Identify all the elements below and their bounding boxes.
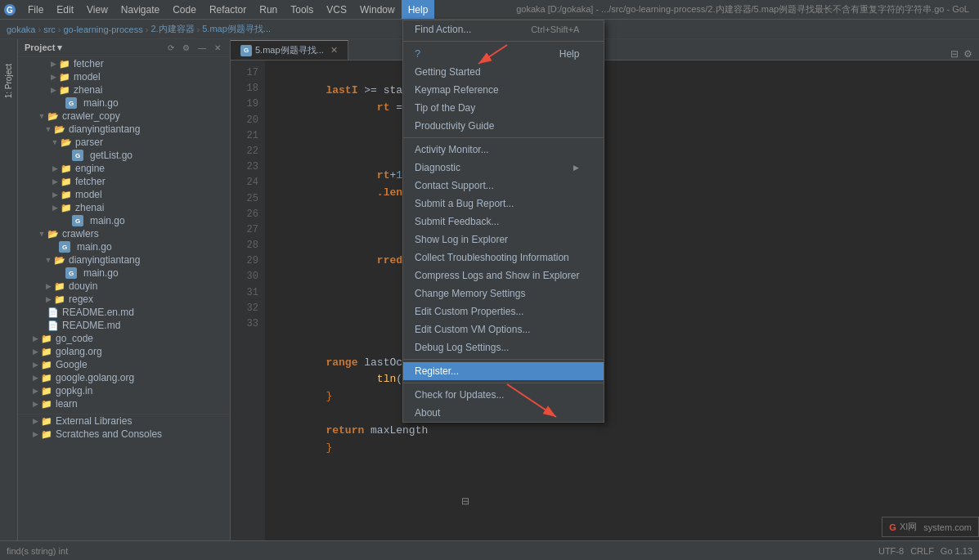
tree-item-maingo1[interactable]: G main.go [18,96,230,110]
menu-submit-feedback[interactable]: Submit Feedback... [403,213,604,231]
menu-diagnostic[interactable]: Diagnostic [403,159,604,177]
menu-tools[interactable]: Tools [284,0,320,19]
tree-item-crawlers[interactable]: ▼ 📂 crawlers [18,227,230,240]
activity-monitor-label: Activity Monitor... [415,144,489,155]
sidebar-minimize-btn[interactable]: — [195,43,209,53]
menu-edit-custom-props[interactable]: Edit Custom Properties... [403,302,604,320]
tab-close-btn[interactable]: ✕ [330,45,338,56]
tree-item-readme-en[interactable]: 📄 README.en.md [18,306,230,319]
tree-item-go-code[interactable]: ▶ 📁 go_code [18,332,230,345]
watermark-logo: G [889,522,896,532]
about-label: About [415,407,440,419]
tree-item-fetcher1[interactable]: ▶ 📁 fetcher [18,57,230,70]
tree-item-regex[interactable]: ▶ 📁 regex [18,293,230,306]
tree-item-zhenai1[interactable]: ▶ 📁 zhenai [18,83,230,96]
sidebar-title: Project ▾ [25,43,62,53]
folder-icon-engine: 📁 [61,164,72,174]
sidebar-close-btn[interactable]: ✕ [212,43,223,53]
menu-edit-custom-vm[interactable]: Edit Custom VM Options... [403,320,604,338]
editor-tab-active[interactable]: G 5.map例题寻找... ✕ [231,40,348,60]
label-ext-libs: External Libraries [56,415,132,427]
tree-item-gopkg[interactable]: ▶ 📁 gopkg.in [18,384,230,397]
menu-edit[interactable]: Edit [50,0,80,19]
menu-show-log[interactable]: Show Log in Explorer [403,231,604,249]
folder-icon-crawlers: 📂 [47,229,59,240]
menu-vcs[interactable]: VCS [320,0,353,19]
tree-item-scratches[interactable]: ▶ 📁 Scratches and Consoles [18,428,230,441]
menu-activity-monitor[interactable]: Activity Monitor... [403,141,604,159]
tree-item-crawler[interactable]: ▼ 📂 crawler_copy [18,110,230,123]
menu-contact-support[interactable]: Contact Support... [403,177,604,195]
arrow-dyt1: ▼ [43,125,54,133]
go-version: Go 1.13 [941,546,972,556]
menu-check-updates[interactable]: Check for Updates... [403,386,604,404]
label-parser: parser [75,137,103,148]
editor-settings-btn[interactable]: ⚙ [963,48,972,60]
breadcrumb-src[interactable]: src [43,25,56,34]
tree-item-douyin[interactable]: ▶ 📁 douyin [18,280,230,293]
menu-debug-log[interactable]: Debug Log Settings... [403,338,604,356]
menu-productivity-guide[interactable]: Productivity Guide [403,117,604,135]
tree-item-engine[interactable]: ▶ 📁 engine [18,162,230,175]
tree-item-parser[interactable]: ▼ 📂 parser [18,136,230,149]
label-fetcher1: fetcher [74,58,104,69]
menu-help-item[interactable]: ? Help [403,44,604,63]
menu-code[interactable]: Code [166,0,203,19]
sidebar-settings-btn[interactable]: ⚙ [180,43,192,53]
menu-tip-of-day[interactable]: Tip of the Day [403,99,604,117]
tree-item-maingo4[interactable]: G main.go [18,267,230,280]
menu-keymap-reference[interactable]: Keymap Reference [403,81,604,99]
menu-getting-started[interactable]: Getting Started [403,63,604,81]
tree-item-readme[interactable]: 📄 README.md [18,319,230,332]
arrow-scratches: ▶ [29,430,41,438]
menu-change-memory[interactable]: Change Memory Settings [403,284,604,302]
tree-item-fetcher2[interactable]: ▶ 📁 fetcher [18,175,230,188]
menu-navigate[interactable]: Navigate [115,0,166,19]
menu-view[interactable]: View [80,0,115,19]
label-douyin: douyin [69,280,97,292]
breadcrumb-process[interactable]: go-learning-process [64,25,143,34]
project-tab-label[interactable]: 1: Project [4,64,13,98]
menu-find-action[interactable]: Find Action... Ctrl+Shift+A [403,20,604,38]
menu-window[interactable]: Window [353,0,402,19]
menu-help[interactable]: Help [402,0,435,19]
tree-item-model1[interactable]: ▶ 📁 model [18,70,230,83]
app-logo: G [3,3,16,16]
tree-item-zhenai2[interactable]: ▶ 📁 zhenai [18,201,230,214]
tree-item-google[interactable]: ▶ 📁 Google [18,358,230,371]
editor-fold-btn[interactable]: ⊟ [950,48,959,60]
bottom-right: UTF-8 CRLF Go 1.13 [878,546,972,556]
menu-about[interactable]: About [403,404,604,422]
menu-refactor[interactable]: Refactor [203,0,253,19]
menu-collect-troubleshooting[interactable]: Collect Troubleshooting Information [403,249,604,267]
tree-item-model2[interactable]: ▶ 📁 model [18,188,230,201]
breadcrumb-container[interactable]: 2.内建容器 [150,23,194,35]
tree-item-ext-libs[interactable]: ▶ 📁 External Libraries [18,414,230,428]
label-zhenai2: zhenai [75,202,104,213]
tree-item-dyt2[interactable]: ▼ 📂 dianyingtiantang [18,253,230,267]
edit-custom-props-label: Edit Custom Properties... [415,306,523,317]
code-content[interactable]: lastI >= start { rt = lastI + 1 rt+1 > m… [265,60,979,542]
tree-item-learn[interactable]: ▶ 📁 learn [18,397,230,410]
tree-item-maingo3[interactable]: G main.go [18,240,230,253]
help-label: Help [559,48,580,60]
label-google: Google [56,359,88,370]
compress-logs-label: Compress Logs and Show in Explorer [415,270,579,281]
menu-run[interactable]: Run [253,0,284,19]
tree-item-golang-org[interactable]: ▶ 📁 golang.org [18,345,230,358]
tree-item-getlist[interactable]: G getList.go [18,149,230,162]
menu-submit-bug[interactable]: Submit a Bug Report... [403,195,604,213]
menu-compress-logs[interactable]: Compress Logs and Show in Explorer [403,267,604,284]
label-scratches: Scratches and Consoles [56,428,162,440]
breadcrumb-file[interactable]: 5.map例题寻找... [202,23,271,35]
menu-register[interactable]: Register... [403,362,604,380]
breadcrumb-project[interactable]: gokaka [7,25,35,34]
label-gopkg: gopkg.in [56,385,92,396]
tree-item-maingo2[interactable]: G main.go [18,214,230,227]
help-question-icon: ? [415,47,420,60]
menu-file[interactable]: File [21,0,50,19]
tree-item-dianyingtiantang1[interactable]: ▼ 📂 dianyingtiantang [18,123,230,136]
tree-container: ▶ 📁 fetcher ▶ 📁 model ▶ 📁 zhenai G main.… [18,57,230,410]
tree-item-google-golang[interactable]: ▶ 📁 google.golang.org [18,371,230,384]
sidebar-sync-btn[interactable]: ⟳ [165,43,177,53]
